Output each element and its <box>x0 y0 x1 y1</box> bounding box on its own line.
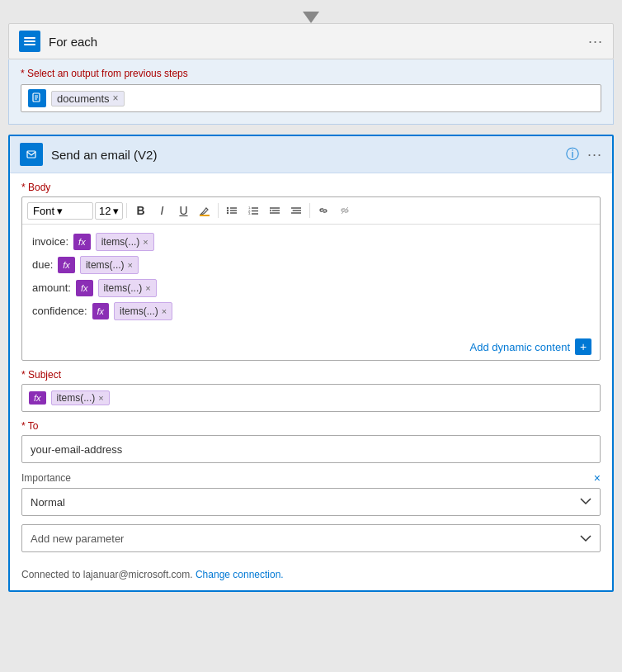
importance-chevron-icon <box>580 496 591 508</box>
toolbar-sep-3 <box>309 203 310 218</box>
email-more-button[interactable]: ··· <box>587 146 602 163</box>
to-label: * To <box>21 420 601 432</box>
svg-rect-1 <box>24 40 35 42</box>
subject-label: * Subject <box>21 369 601 381</box>
email-card-title: Send an email (V2) <box>51 148 157 162</box>
invoice-fx-tag: fx <box>73 234 91 251</box>
importance-select[interactable]: Normal <box>21 488 601 516</box>
add-parameter-chevron-icon <box>580 532 591 545</box>
output-input[interactable]: documents × <box>21 84 601 112</box>
svg-point-12 <box>227 210 229 211</box>
add-parameter-select[interactable]: Add new parameter <box>21 524 601 552</box>
to-input[interactable]: your-email-address <box>21 435 601 463</box>
link-button[interactable] <box>313 201 333 220</box>
to-section: * To your-email-address <box>10 412 612 463</box>
importance-label: Importance <box>21 472 71 484</box>
output-section: * Select an output from previous steps d… <box>8 59 614 125</box>
font-select[interactable]: Font ▾ <box>27 202 93 220</box>
bullets-button[interactable] <box>222 201 242 220</box>
confidence-fx-tag: fx <box>92 303 110 320</box>
add-dynamic-row: Add dynamic content + <box>22 334 600 360</box>
toolbar: Font ▾ 12 ▾ B I U <box>22 197 600 225</box>
document-icon <box>28 89 46 107</box>
subject-items-tag: items(...) × <box>51 390 110 405</box>
subject-section: * Subject fx items(...) × <box>10 361 612 412</box>
info-button[interactable]: ⓘ <box>566 146 579 163</box>
svg-point-14 <box>227 212 229 214</box>
for-each-more-button[interactable]: ··· <box>588 33 603 50</box>
due-items-close[interactable]: × <box>128 258 133 272</box>
highlight-button[interactable] <box>195 201 214 220</box>
importance-clear-button[interactable]: × <box>594 471 601 485</box>
unlink-button[interactable] <box>335 201 355 220</box>
font-size-select[interactable]: 12 ▾ <box>95 202 123 220</box>
confidence-items-close[interactable]: × <box>162 305 167 319</box>
for-each-container: For each ··· <box>8 23 614 59</box>
due-fx-tag: fx <box>58 257 75 274</box>
for-each-title: For each <box>49 35 97 49</box>
invoice-items-tag: items(...) × <box>96 233 154 251</box>
add-dynamic-content-button[interactable]: + <box>575 338 591 355</box>
body-editor[interactable]: Font ▾ 12 ▾ B I U <box>21 196 601 361</box>
add-parameter-section: Add new parameter <box>10 516 612 564</box>
amount-fx-tag: fx <box>76 280 93 297</box>
subject-fx-tag: fx <box>29 391 46 405</box>
for-each-icon <box>19 31 40 52</box>
due-items-tag: items(...) × <box>80 256 139 274</box>
editor-content[interactable]: invoice: fx items(...) × due: fx <box>22 225 600 334</box>
output-label: * Select an output from previous steps <box>21 68 601 79</box>
subject-items-close[interactable]: × <box>98 393 103 403</box>
outlook-icon <box>20 143 43 166</box>
connected-section: Connected to lajanuar@microsoft.com. Cha… <box>10 564 612 590</box>
svg-point-10 <box>227 207 229 209</box>
body-row-amount: amount: fx items(...) × <box>32 279 590 297</box>
importance-section: Importance × Normal <box>10 463 612 516</box>
indent-less-button[interactable] <box>286 201 306 220</box>
subject-input[interactable]: fx items(...) × <box>21 384 601 412</box>
body-row-confidence: confidence: fx items(...) × <box>32 302 590 320</box>
svg-rect-0 <box>24 37 35 39</box>
toolbar-sep-2 <box>218 203 219 218</box>
amount-items-close[interactable]: × <box>145 282 150 296</box>
underline-button[interactable]: U <box>173 201 193 220</box>
svg-line-28 <box>323 210 325 212</box>
svg-text:3.: 3. <box>248 211 251 215</box>
invoice-items-close[interactable]: × <box>143 235 148 249</box>
body-row-invoice: invoice: fx items(...) × <box>32 233 590 251</box>
numbering-button[interactable]: 1.2.3. <box>243 201 263 220</box>
email-card: Send an email (V2) ⓘ ··· * Body Font ▾ 1… <box>8 135 614 592</box>
email-card-header: Send an email (V2) ⓘ ··· <box>10 136 612 173</box>
change-connection-link[interactable]: Change connection. <box>196 569 284 580</box>
documents-tag-close[interactable]: × <box>113 92 119 104</box>
body-label: * Body <box>21 182 601 193</box>
confidence-items-tag: items(...) × <box>114 302 172 320</box>
svg-line-30 <box>342 207 348 214</box>
bold-button[interactable]: B <box>130 201 150 220</box>
top-arrow <box>8 8 614 23</box>
body-section: * Body Font ▾ 12 ▾ B I U <box>10 173 612 361</box>
body-row-due: due: fx items(...) × <box>32 256 590 274</box>
svg-rect-2 <box>24 44 35 45</box>
toolbar-sep-1 <box>126 203 127 218</box>
indent-more-button[interactable] <box>265 201 285 220</box>
italic-button[interactable]: I <box>152 201 172 220</box>
amount-items-tag: items(...) × <box>98 279 157 297</box>
documents-tag: documents × <box>51 91 125 106</box>
add-dynamic-content-link[interactable]: Add dynamic content <box>470 341 570 353</box>
